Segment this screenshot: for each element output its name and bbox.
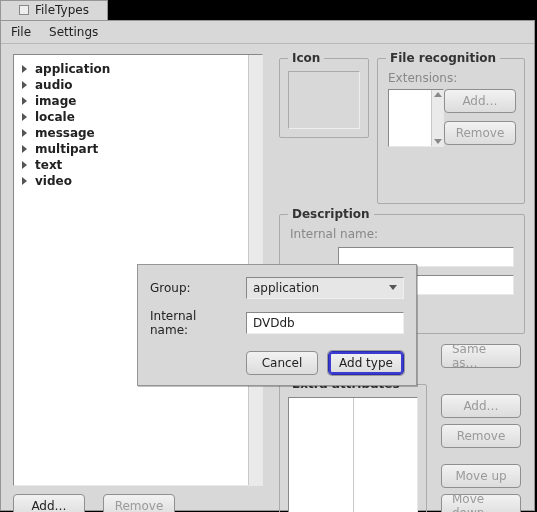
tree-item-label: text [35,158,62,172]
expand-icon[interactable] [22,129,27,137]
window-title: FileTypes [35,3,89,17]
tree-item[interactable]: video [18,173,258,189]
extra-moveup-button[interactable]: Move up [441,464,521,488]
dialog-internal-value: DVDdb [253,316,295,330]
tree-remove-button[interactable]: Remove [103,494,175,512]
extensions-scrollbar[interactable] [431,90,443,146]
tree-item[interactable]: audio [18,77,258,93]
tree-item[interactable]: application [18,61,258,77]
expand-icon[interactable] [22,97,27,105]
dialog-group-label: Group: [150,281,238,295]
expand-icon[interactable] [22,65,27,73]
tree-item-label: message [35,126,95,140]
extensions-list[interactable] [388,89,444,147]
chevron-down-icon [389,285,397,290]
tree-item-label: video [35,174,72,188]
tree-item-label: audio [35,78,73,92]
expand-icon[interactable] [22,177,27,185]
expand-icon[interactable] [22,81,27,89]
add-type-dialog: Group: application Internal name: DVDdb … [137,264,417,386]
description-legend: Description [288,207,374,221]
tree-item[interactable]: locale [18,109,258,125]
extra-column-divider [353,398,354,512]
tree-item[interactable]: multipart [18,141,258,157]
tree-item-label: locale [35,110,75,124]
ext-remove-button[interactable]: Remove [444,121,516,145]
description-internal-label: Internal name: [290,227,378,241]
expand-icon[interactable] [22,161,27,169]
filerec-legend: File recognition [386,51,500,65]
ext-add-button[interactable]: Add… [444,89,516,113]
dialog-group-select[interactable]: application [246,277,404,299]
dialog-group-value: application [253,281,319,295]
same-as-button[interactable]: Same as… [441,344,521,368]
extra-add-button[interactable]: Add… [441,394,521,418]
tree-item-label: application [35,62,110,76]
expand-icon[interactable] [22,145,27,153]
menu-file[interactable]: File [11,25,31,39]
tree-item-label: image [35,94,76,108]
window-body: File Settings applicationaudioimagelocal… [0,20,535,511]
dialog-cancel-button[interactable]: Cancel [246,351,318,375]
tree-add-button[interactable]: Add… [13,494,85,512]
icon-legend: Icon [288,51,324,65]
tree-item[interactable]: image [18,93,258,109]
icon-well[interactable] [288,71,360,129]
file-recognition-group: File recognition Extensions: Add… Remove [377,58,525,204]
tree-item-label: multipart [35,142,98,156]
extra-movedown-button[interactable]: Move down [441,494,521,512]
tree-item[interactable]: text [18,157,258,173]
dialog-addtype-button[interactable]: Add type [328,351,404,375]
icon-group: Icon [279,58,369,138]
menu-settings[interactable]: Settings [49,25,98,39]
extra-attributes-list[interactable] [288,397,418,512]
extensions-label: Extensions: [388,71,457,85]
dialog-internal-input[interactable]: DVDdb [246,312,404,334]
expand-icon[interactable] [22,113,27,121]
menubar: File Settings [1,21,534,44]
extra-remove-button[interactable]: Remove [441,424,521,448]
window-icon [19,5,29,15]
tree-item[interactable]: message [18,125,258,141]
extra-attributes-group: Extra attributes [279,384,427,512]
window-tab[interactable]: FileTypes [0,0,108,20]
dialog-internal-label: Internal name: [150,309,238,337]
